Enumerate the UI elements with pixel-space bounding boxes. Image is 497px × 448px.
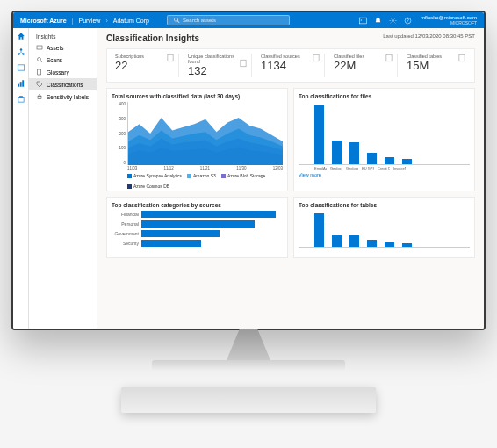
svg-rect-9 <box>19 82 21 87</box>
map-icon[interactable] <box>17 63 25 72</box>
svg-rect-18 <box>313 54 319 61</box>
sidebar-item-sensitivity[interactable]: Sensitivity labels <box>29 90 97 103</box>
sidebar-item-scans[interactable]: Scans <box>29 54 97 66</box>
svg-rect-11 <box>18 98 23 103</box>
doc-icon <box>385 54 393 62</box>
classifications-icon <box>36 81 43 88</box>
search-icon <box>173 17 180 24</box>
svg-rect-0 <box>359 18 366 24</box>
hbar-row: Financial <box>113 211 283 218</box>
legend-item: Azure Blob Storage <box>221 173 265 178</box>
panel-title: Total sources with classified data (last… <box>112 93 283 99</box>
user-info[interactable]: mfiasko@microsoft.com MICROSOFT <box>421 15 477 25</box>
monitor-stand <box>161 329 336 381</box>
kpi-value: 22 <box>115 59 175 72</box>
sidebar-item-glossary[interactable]: Glossary <box>29 66 97 78</box>
insights-icon[interactable] <box>17 79 25 88</box>
sidebar-item-label: Scans <box>47 57 62 63</box>
area-plot <box>127 102 283 165</box>
bar <box>314 213 324 247</box>
bar <box>367 240 377 247</box>
hbar-row: Government <box>113 230 283 237</box>
sources-icon[interactable] <box>17 47 25 56</box>
chevron-right-icon: › <box>105 18 107 24</box>
bar <box>349 235 359 247</box>
settings-icon[interactable] <box>389 17 397 25</box>
kpi-row: Subscriptions22Unique classifications fo… <box>106 48 475 83</box>
home-icon[interactable] <box>17 32 25 40</box>
legend-item: Azure Synapse Analytics <box>127 173 182 178</box>
main-content: Last updated 12/03/2020 08:30:45 PST Cla… <box>97 28 484 329</box>
hbar-row: Security <box>113 240 283 247</box>
search-box[interactable] <box>167 15 290 25</box>
bar <box>367 153 377 164</box>
sidebar-item-label: Assets <box>47 45 64 51</box>
bar-chart <box>299 102 470 165</box>
svg-point-14 <box>38 58 41 61</box>
bar-chart <box>299 211 470 248</box>
scans-icon <box>36 56 43 63</box>
keyboard <box>121 387 376 413</box>
bar <box>402 159 412 164</box>
brand-label: Microsoft Azure <box>20 18 67 24</box>
bar <box>332 235 342 247</box>
search-input[interactable] <box>183 18 284 23</box>
svg-rect-8 <box>18 84 19 87</box>
legend-item: Azure Cosmos DB <box>127 184 169 189</box>
svg-rect-19 <box>386 54 392 61</box>
svg-rect-20 <box>459 54 465 61</box>
view-more-link[interactable]: View more <box>299 172 470 177</box>
left-rail <box>13 28 29 329</box>
x-labels: EmailAddressGeolocation (Lat.)Geolocatio… <box>299 166 470 170</box>
sidebar-item-classifications[interactable]: Classifications <box>29 78 97 90</box>
sidebar-item-label: Classifications <box>47 82 83 88</box>
svg-rect-7 <box>18 65 25 70</box>
screen: Microsoft Azure | Purview › Adatum Corp … <box>13 12 484 329</box>
legend-item: Amazon S3 <box>187 173 216 178</box>
hbar-chart: FinancialPersonalGovernmentSecurity <box>112 211 283 247</box>
chart-legend: Azure Synapse AnalyticsAmazon S3Azure Bl… <box>127 173 283 189</box>
sidebar-item-label: Sensitivity labels <box>47 94 89 100</box>
kpi-card: Unique classifications found132 <box>184 54 252 77</box>
svg-rect-13 <box>37 46 42 49</box>
notifications-icon[interactable] <box>374 17 382 25</box>
divider: | <box>72 18 74 24</box>
bar <box>402 243 412 247</box>
console-icon[interactable] <box>359 17 367 25</box>
kpi-card: Classified sources1134 <box>257 54 325 77</box>
doc-icon <box>312 54 321 62</box>
manage-icon[interactable] <box>17 95 25 104</box>
bar <box>385 157 394 164</box>
kpi-card: Classified files22M <box>330 54 398 77</box>
sensitivity-icon <box>36 93 43 100</box>
sidebar: Insights Assets Scans Glossary Classific… <box>29 28 97 329</box>
svg-rect-16 <box>168 54 173 61</box>
y-axis: 4003002001000 <box>112 102 127 165</box>
doc-icon <box>166 54 175 62</box>
sidebar-item-assets[interactable]: Assets <box>29 41 97 54</box>
svg-point-1 <box>392 19 393 21</box>
service-label[interactable]: Purview <box>78 18 100 24</box>
panel-title: Top classification categories by sources <box>112 202 283 208</box>
assets-icon <box>36 44 43 51</box>
kpi-value: 22M <box>334 59 393 72</box>
bar <box>385 242 394 247</box>
bar <box>349 142 359 164</box>
help-icon[interactable]: ? <box>404 17 412 25</box>
panel-files-chart: Top classifications for files EmailAddre… <box>293 88 475 191</box>
panel-tables-chart: Top classifications for tables <box>293 197 475 258</box>
doc-icon <box>239 59 248 68</box>
top-bar: Microsoft Azure | Purview › Adatum Corp … <box>13 12 484 28</box>
doc-icon <box>457 54 466 62</box>
bar <box>314 105 324 164</box>
svg-point-4 <box>19 48 22 51</box>
kpi-card: Subscriptions22 <box>112 54 179 77</box>
x-axis: 11/0311/1211/2111/3012/03 <box>127 166 283 170</box>
sidebar-item-label: Glossary <box>47 69 69 76</box>
panel-categories-chart: Top classification categories by sources… <box>106 197 288 258</box>
kpi-value: 1134 <box>261 59 321 72</box>
svg-text:?: ? <box>407 18 409 23</box>
kpi-value: 15M <box>407 59 466 72</box>
account-label[interactable]: Adatum Corp <box>113 18 149 24</box>
panel-title: Top classifications for tables <box>299 202 470 208</box>
